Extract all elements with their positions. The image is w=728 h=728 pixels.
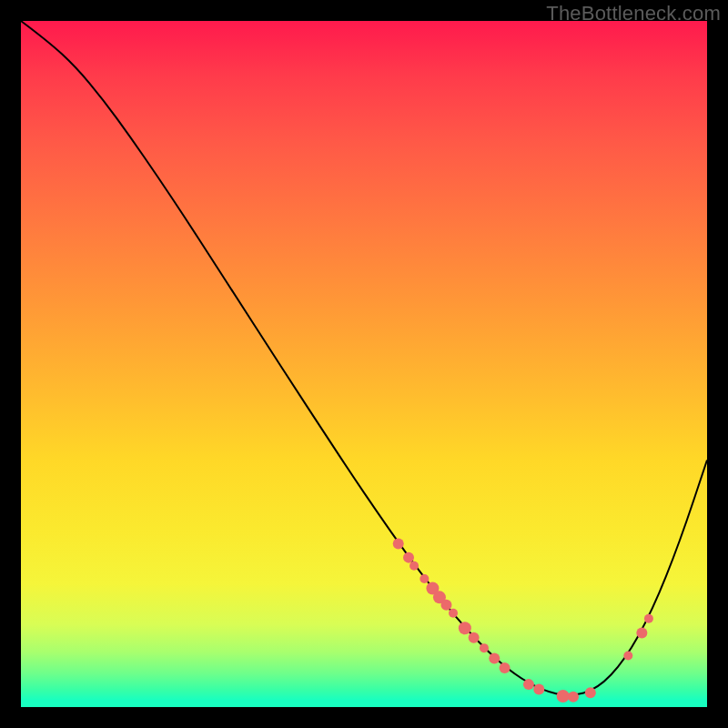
data-marker [420,574,429,583]
data-marker [469,632,480,643]
data-marker [644,614,653,623]
data-marker [489,652,500,663]
data-marker [393,539,404,550]
plot-svg [21,21,707,707]
data-marker [410,561,419,571]
data-marker [500,662,511,673]
data-marker [533,683,544,694]
data-marker [523,679,534,690]
bottleneck-curve [21,21,707,695]
data-marker [557,690,570,703]
data-marker [585,687,596,698]
data-marker [403,552,414,563]
data-marker [459,622,471,634]
data-marker [440,600,451,611]
watermark-text: TheBottleneck.com [546,2,721,25]
data-marker [623,651,632,660]
data-marker [568,692,579,703]
data-markers [393,539,653,703]
chart-area [21,21,707,707]
data-marker [480,643,489,652]
data-marker [636,628,647,639]
data-marker [449,609,458,618]
